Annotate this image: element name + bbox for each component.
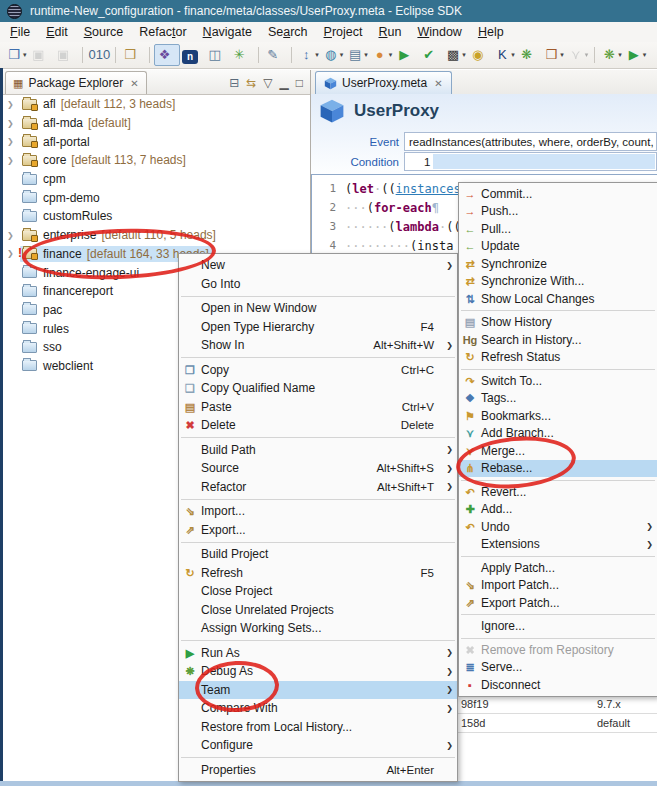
dropdown-arrow-icon[interactable]: ▾ bbox=[560, 51, 564, 59]
dropdown-arrow-icon[interactable]: ▾ bbox=[643, 51, 647, 59]
toolbar-button[interactable]: ▶▾ bbox=[624, 45, 649, 65]
editor-tab[interactable]: UserProxy.meta ✕ bbox=[315, 71, 452, 94]
menu-item[interactable]: ↷ Switch To... ❯ bbox=[459, 372, 657, 390]
package-explorer-tab[interactable]: ▦ Package Explorer ✕ bbox=[5, 71, 147, 94]
tree-item[interactable]: ❯ ! afl [default 112, 3 heads] bbox=[3, 95, 310, 114]
menu-item[interactable]: ❑ Copy Qualified Name ❯ bbox=[179, 379, 457, 398]
event-field[interactable]: readInstances(attributes, where, orderBy… bbox=[404, 132, 657, 151]
toolbar-button[interactable]: ✔▾ bbox=[419, 45, 444, 65]
menu-item[interactable]: ✚ Add... ❯ bbox=[459, 501, 657, 519]
menu-item[interactable]: ⇘ Import Patch... ❯ bbox=[459, 577, 657, 595]
history-row[interactable]: 98f19 9.7.x bbox=[458, 695, 657, 714]
view-toolbar-button[interactable]: ⇆ bbox=[246, 77, 256, 89]
view-toolbar-button[interactable]: ⊟ bbox=[229, 77, 239, 89]
tree-item[interactable]: ❯ ! afl-mda [default] bbox=[3, 114, 310, 133]
menu-item[interactable]: ⇅ Show Local Changes ❯ bbox=[459, 290, 657, 308]
toolbar-button[interactable]: ▣▾ bbox=[53, 45, 78, 65]
menu-item[interactable]: ▤ Paste Ctrl+V ❯ bbox=[179, 398, 457, 417]
dropdown-arrow-icon[interactable]: ▾ bbox=[618, 51, 622, 59]
toolbar-button[interactable]: n▾ bbox=[180, 45, 205, 65]
dropdown-arrow-icon[interactable]: ▾ bbox=[340, 51, 344, 59]
menu-item[interactable]: Ignore... ❯ bbox=[459, 618, 657, 636]
menubar-item[interactable]: Navigate bbox=[195, 25, 260, 39]
view-toolbar-button[interactable]: ▁ bbox=[280, 77, 289, 89]
view-toolbar-button[interactable]: ▽ bbox=[263, 77, 272, 89]
dropdown-arrow-icon[interactable]: ▾ bbox=[315, 51, 319, 59]
menu-item[interactable]: ↻ Refresh Status ❯ bbox=[459, 349, 657, 367]
menu-item[interactable]: ↶ Revert... ❯ bbox=[459, 483, 657, 501]
menu-item[interactable]: Apply Patch... ❯ bbox=[459, 559, 657, 577]
close-icon[interactable]: ✕ bbox=[130, 78, 138, 89]
toolbar-button[interactable]: ●▾ bbox=[370, 45, 395, 65]
dropdown-arrow-icon[interactable]: ▾ bbox=[462, 51, 466, 59]
dropdown-arrow-icon[interactable]: ▾ bbox=[364, 51, 368, 59]
toolbar-button[interactable]: ▶▾ bbox=[394, 45, 419, 65]
menu-item[interactable]: ⇄ Synchronize With... ❯ bbox=[459, 273, 657, 291]
dropdown-arrow-icon[interactable]: ▾ bbox=[23, 51, 27, 59]
menu-item[interactable]: ↶ Undo ❯ bbox=[459, 518, 657, 536]
menu-item[interactable]: Open Type Hierarchy F4 ❯ bbox=[179, 318, 457, 337]
toolbar-button[interactable]: ⋎▾ bbox=[566, 45, 591, 65]
toolbar-button[interactable]: ✎▾ bbox=[263, 45, 288, 65]
toolbar-button[interactable]: ❒▾ bbox=[120, 45, 145, 65]
menu-item[interactable]: ✖ Remove from Repository ❯ bbox=[459, 641, 657, 659]
menu-item[interactable]: ▤ Show History ❯ bbox=[459, 314, 657, 332]
menu-item[interactable]: Assign Working Sets... ❯ bbox=[179, 619, 457, 638]
tree-item[interactable]: ❯ ! afl-portal bbox=[3, 132, 310, 151]
menu-item[interactable]: ▶ Run As ❯ bbox=[179, 644, 457, 663]
condition-field[interactable]: 1 bbox=[404, 152, 657, 171]
menu-item[interactable]: Hg Search in History... ❯ bbox=[459, 331, 657, 349]
menu-item[interactable]: ⇄ Synchronize ❯ bbox=[459, 255, 657, 273]
menu-item[interactable]: Compare With ❯ bbox=[179, 699, 457, 718]
menu-item[interactable]: Extensions ❯ bbox=[459, 536, 657, 554]
tree-item[interactable]: ❯ ! core [default 113, 7 heads] bbox=[3, 151, 310, 170]
toolbar-button[interactable]: ❒▾ bbox=[4, 45, 29, 65]
menu-item-team[interactable]: Team ❯ bbox=[179, 681, 457, 700]
expand-arrow-icon[interactable]: ❯ bbox=[7, 231, 20, 240]
menu-item[interactable]: Refactor Alt+Shift+T ❯ bbox=[179, 478, 457, 497]
toolbar-button[interactable]: ↕▾ bbox=[296, 45, 321, 65]
menu-item[interactable]: Show In Alt+Shift+W ❯ bbox=[179, 336, 457, 355]
toolbar-button[interactable]: ✳▾ bbox=[229, 45, 254, 65]
tree-item[interactable]: ❯ ! cpm bbox=[3, 170, 310, 189]
menu-item[interactable]: Close Unrelated Projects ❯ bbox=[179, 601, 457, 620]
menu-item[interactable]: ← Pull... ❯ bbox=[459, 220, 657, 238]
menu-item[interactable]: ▪ Disconnect ❯ bbox=[459, 676, 657, 694]
menubar-item[interactable]: Refactor bbox=[131, 25, 194, 39]
menubar-item[interactable]: Edit bbox=[38, 25, 76, 39]
menu-item[interactable]: ⋎ Add Branch... ❯ bbox=[459, 425, 657, 443]
menu-item[interactable]: ❖ Tags... ❯ bbox=[459, 390, 657, 408]
menu-item[interactable]: Close Project ❯ bbox=[179, 582, 457, 601]
expand-arrow-icon[interactable]: ❯ bbox=[7, 119, 20, 128]
tree-item[interactable]: ❯ ! customRules bbox=[3, 207, 310, 226]
toolbar-button[interactable]: ❒▾ bbox=[541, 45, 566, 65]
menu-item[interactable]: Go Into ❯ bbox=[179, 275, 457, 294]
history-row[interactable]: 158d default bbox=[458, 714, 657, 733]
menu-item[interactable]: ← Update ❯ bbox=[459, 238, 657, 256]
menu-item[interactable]: ✖ Delete Delete ❯ bbox=[179, 416, 457, 435]
menubar-item[interactable]: Window bbox=[409, 25, 469, 39]
view-toolbar-button[interactable]: □ bbox=[296, 77, 303, 89]
menu-item[interactable]: → Commit... ❯ bbox=[459, 185, 657, 203]
dropdown-arrow-icon[interactable]: ▾ bbox=[389, 51, 393, 59]
menu-item[interactable]: ⇗ Export Patch... ❯ bbox=[459, 594, 657, 612]
menu-item[interactable]: ⇘ Import... ❯ bbox=[179, 502, 457, 521]
tree-item[interactable]: ❯ ! enterprise [default 110, 5 heads] bbox=[3, 226, 310, 245]
menubar-item[interactable]: Search bbox=[260, 25, 316, 39]
toolbar-button[interactable]: ◍▾ bbox=[321, 45, 346, 65]
menu-item[interactable]: ❋ Debug As ❯ bbox=[179, 662, 457, 681]
menu-item[interactable]: ⇗ Export... ❯ bbox=[179, 521, 457, 540]
toolbar-button[interactable]: K▾ bbox=[492, 45, 517, 65]
toolbar-button[interactable]: ❋▾ bbox=[517, 45, 542, 65]
menu-item[interactable]: ⋎ Merge... ❯ bbox=[459, 442, 657, 460]
dropdown-arrow-icon[interactable]: ▾ bbox=[511, 51, 515, 59]
tree-item[interactable]: ❯ ! cpm-demo bbox=[3, 188, 310, 207]
menu-item[interactable]: ≣ Serve... ❯ bbox=[459, 659, 657, 677]
expand-arrow-icon[interactable]: ❯ bbox=[7, 156, 20, 165]
menu-item[interactable]: New ❯ bbox=[179, 256, 457, 275]
toolbar-button[interactable]: ❋▾ bbox=[599, 45, 624, 65]
menu-item[interactable]: ↻ Refresh F5 ❯ bbox=[179, 564, 457, 583]
toolbar-button[interactable]: ◫▾ bbox=[205, 45, 230, 65]
menu-item[interactable]: ❐ Copy Ctrl+C ❯ bbox=[179, 361, 457, 380]
dropdown-arrow-icon[interactable]: ▾ bbox=[585, 51, 589, 59]
